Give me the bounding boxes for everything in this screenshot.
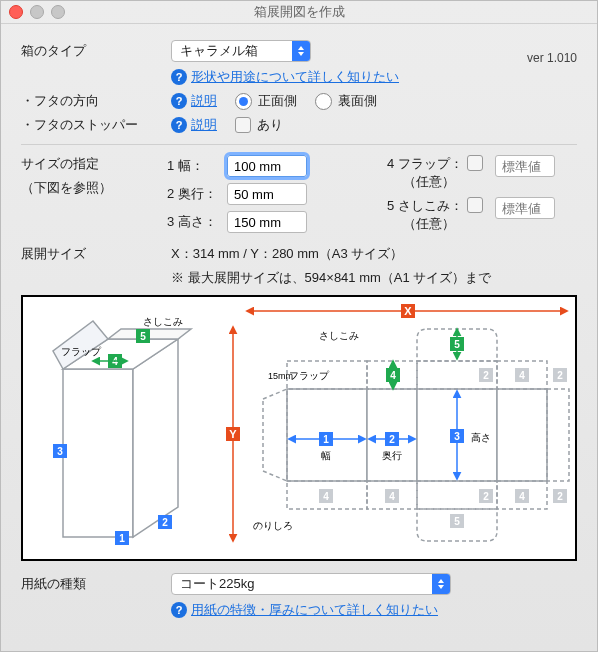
flap-label: 4 フラップ： xyxy=(387,156,463,171)
close-icon[interactable] xyxy=(9,5,23,19)
insert-checkbox[interactable] xyxy=(467,197,489,213)
maximize-icon[interactable] xyxy=(51,5,65,19)
help-icon[interactable]: ? xyxy=(171,117,187,133)
svg-rect-27 xyxy=(497,389,547,481)
minimize-icon[interactable] xyxy=(30,5,44,19)
window-controls xyxy=(9,5,65,19)
svg-text:5: 5 xyxy=(454,339,460,350)
svg-marker-36 xyxy=(263,389,287,481)
svg-text:2: 2 xyxy=(483,370,489,381)
help-icon[interactable]: ? xyxy=(171,93,187,109)
box-type-label: 箱のタイプ xyxy=(21,42,171,60)
paper-type-select[interactable]: コート225kg xyxy=(171,573,451,595)
lid-stopper-explain-link[interactable]: 説明 xyxy=(191,116,217,134)
svg-text:4: 4 xyxy=(390,370,396,381)
svg-text:2: 2 xyxy=(557,491,563,502)
help-icon[interactable]: ? xyxy=(171,69,187,85)
lid-stopper-label: ・フタのストッパー xyxy=(21,116,171,134)
lid-front-radio[interactable]: 正面側 xyxy=(235,92,297,110)
svg-text:2: 2 xyxy=(162,517,168,528)
box-type-help-link[interactable]: 形状や用途について詳しく知りたい xyxy=(191,68,399,86)
size-label: サイズの指定 xyxy=(21,155,167,173)
spread-note: ※ 最大展開サイズは、594×841 mm（A1 サイズ）まで xyxy=(171,269,491,287)
radio-icon xyxy=(235,93,252,110)
svg-text:4: 4 xyxy=(519,370,525,381)
svg-text:1: 1 xyxy=(119,533,125,544)
svg-text:さしこみ: さしこみ xyxy=(319,330,359,341)
depth-label: 2 奥行： xyxy=(167,185,227,203)
checkbox-icon xyxy=(467,155,483,171)
svg-marker-6 xyxy=(63,369,133,537)
svg-text:2: 2 xyxy=(557,370,563,381)
size-sublabel: （下図を参照） xyxy=(21,179,167,197)
svg-text:4: 4 xyxy=(519,491,525,502)
insert-sublabel: （任意） xyxy=(387,215,467,233)
dropdown-arrows-icon xyxy=(432,574,450,594)
svg-text:1: 1 xyxy=(323,434,329,445)
flap-sublabel: （任意） xyxy=(387,173,467,191)
box-type-value: キャラメル箱 xyxy=(180,43,258,58)
svg-text:2: 2 xyxy=(389,434,395,445)
insert-input[interactable] xyxy=(495,197,555,219)
svg-text:3: 3 xyxy=(57,446,63,457)
width-input[interactable] xyxy=(227,155,307,177)
checkbox-icon xyxy=(235,117,251,133)
dialog-window: 箱展開図を作成 ver 1.010 箱のタイプ キャラメル箱 ? 形状や用途につ… xyxy=(0,0,598,652)
lid-direction-explain-link[interactable]: 説明 xyxy=(191,92,217,110)
svg-text:奥行: 奥行 xyxy=(382,450,402,461)
lid-back-radio[interactable]: 裏面側 xyxy=(315,92,377,110)
svg-text:5: 5 xyxy=(140,331,146,342)
height-input[interactable] xyxy=(227,211,307,233)
height-label: 3 高さ： xyxy=(167,213,227,231)
svg-text:フラップ: フラップ xyxy=(61,346,102,357)
svg-rect-37 xyxy=(547,389,569,481)
box-type-select[interactable]: キャラメル箱 xyxy=(171,40,311,62)
insert-label: 5 さしこみ： xyxy=(387,198,463,213)
flap-checkbox[interactable] xyxy=(467,155,489,171)
help-icon[interactable]: ? xyxy=(171,602,187,618)
svg-text:3: 3 xyxy=(454,431,460,442)
lid-stopper-checkbox[interactable]: あり xyxy=(235,116,283,134)
svg-text:4: 4 xyxy=(389,491,395,502)
checkbox-icon xyxy=(467,197,483,213)
version-label: ver 1.010 xyxy=(527,51,577,65)
svg-text:15mm: 15mm xyxy=(268,371,293,381)
svg-text:フラップ: フラップ xyxy=(289,370,330,381)
svg-text:高さ: 高さ xyxy=(471,432,491,443)
paper-help-link[interactable]: 用紙の特徴・厚みについて詳しく知りたい xyxy=(191,601,438,619)
svg-text:X: X xyxy=(404,305,412,317)
svg-text:Y: Y xyxy=(229,428,237,440)
svg-text:さしこみ: さしこみ xyxy=(143,316,183,327)
spread-label: 展開サイズ xyxy=(21,245,171,263)
svg-text:のりしろ: のりしろ xyxy=(253,520,293,531)
window-title: 箱展開図を作成 xyxy=(254,4,345,19)
flap-input[interactable] xyxy=(495,155,555,177)
svg-text:5: 5 xyxy=(454,516,460,527)
depth-input[interactable] xyxy=(227,183,307,205)
svg-text:2: 2 xyxy=(483,491,489,502)
paper-type-label: 用紙の種類 xyxy=(21,575,171,593)
titlebar: 箱展開図を作成 xyxy=(1,1,597,24)
svg-marker-7 xyxy=(133,339,178,537)
paper-type-value: コート225kg xyxy=(180,576,254,591)
svg-text:4: 4 xyxy=(323,491,329,502)
radio-icon xyxy=(315,93,332,110)
box-diagram: X Y さしこみ フラップ 3 1 2 4 5 xyxy=(21,295,577,561)
width-label: 1 幅： xyxy=(167,157,227,175)
svg-text:幅: 幅 xyxy=(321,450,331,461)
dropdown-arrows-icon xyxy=(292,41,310,61)
spread-value: X：314 mm / Y：280 mm（A3 サイズ） xyxy=(171,245,491,263)
lid-direction-label: ・フタの方向 xyxy=(21,92,171,110)
